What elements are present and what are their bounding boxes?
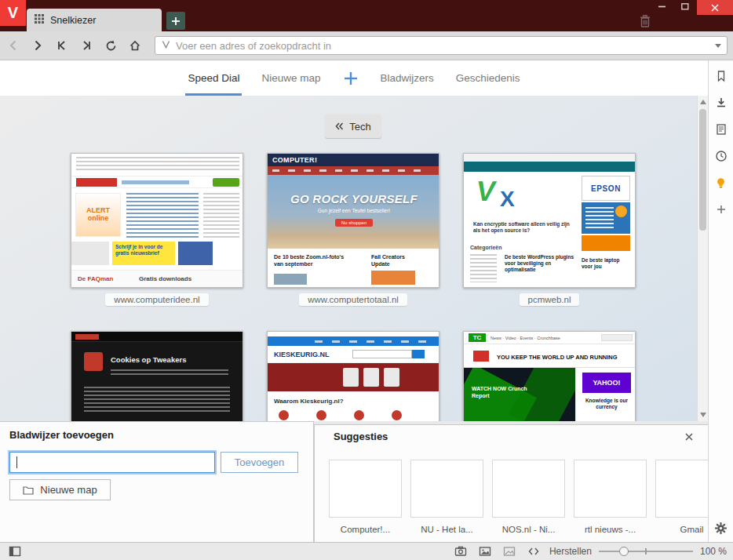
speed-dial-item-computeridee[interactable]: ALERT online Schrijf je in voor de grati… (71, 153, 243, 306)
settings-button[interactable] (713, 520, 730, 536)
page-tiling-button[interactable] (525, 544, 542, 558)
zoom-slider-handle[interactable] (619, 547, 629, 556)
suggestion-item[interactable]: Gmail (655, 460, 708, 534)
statusbar-right-group: Herstellen 100 % (452, 544, 727, 558)
vivaldi-menu-button[interactable] (0, 0, 26, 26)
thumb-search-box (352, 350, 412, 358)
thumb-search-box (601, 334, 633, 341)
scrollbar[interactable] (697, 96, 708, 421)
thumb-ad-box: ALERT online (75, 193, 121, 237)
add-bookmark-button[interactable]: Toevoegen (221, 452, 298, 473)
panel-toggle-button[interactable] (6, 544, 24, 558)
scroll-up-arrow[interactable] (700, 100, 706, 104)
back-icon (7, 39, 20, 52)
thumb-ad-banner: YOU KEEP THE WORLD UP AND RUNNING (464, 344, 636, 368)
suggestion-item[interactable]: NOS.nl - Ni... (492, 460, 565, 534)
cookies-heading: Cookies op Tweakers (111, 355, 186, 364)
dial-label: www.computertotaal.nl (299, 293, 407, 306)
show-images-button[interactable] (476, 544, 494, 558)
zoom-value: 100 % (700, 546, 727, 557)
add-group-button[interactable] (341, 68, 361, 89)
speed-dial-item-tweakers[interactable]: Cookies op Tweakers (71, 331, 243, 421)
suggestion-thumbnail (492, 460, 565, 518)
speed-dial-item-computertotaal[interactable]: COMPUTER! GO ROCK YOURSELF Gun jezelf ee… (267, 153, 439, 306)
scroll-down-arrow[interactable] (700, 413, 706, 417)
home-button[interactable] (124, 35, 146, 56)
article-title: De beste WordPress plugins voor beveilig… (505, 254, 575, 273)
start-page-nav: Speed Dial Nieuwe map Bladwijzers Geschi… (0, 60, 708, 96)
suggestion-label: rtl nieuws -... (574, 525, 647, 534)
address-bar[interactable] (155, 36, 728, 55)
suggestions-panel-button[interactable] (713, 175, 730, 191)
minimize-button[interactable] (650, 0, 673, 13)
close-icon (685, 433, 693, 441)
maximize-button[interactable] (673, 0, 697, 13)
dial-label: pcmweb.nl (520, 293, 580, 306)
speed-dial-item-techcrunch[interactable]: TC News · Video · Events · Crunchbase YO… (463, 331, 636, 421)
downloads-panel-button[interactable] (713, 95, 730, 111)
fast-forward-button[interactable] (75, 35, 97, 56)
minimize-icon (658, 5, 666, 8)
close-button[interactable] (697, 0, 733, 15)
suggestion-item[interactable]: NU - Het la... (410, 460, 483, 534)
suggestion-item[interactable]: rtl nieuws -... (574, 460, 647, 534)
zoom-slider[interactable] (599, 545, 693, 558)
categories-label: Categorieën (470, 245, 501, 250)
scrollbar-thumb[interactable] (699, 109, 706, 231)
forward-button[interactable] (27, 35, 49, 56)
zoom-reset-label[interactable]: Herstellen (549, 546, 592, 557)
panel-toggle-icon (9, 545, 21, 558)
folder-icon (23, 485, 34, 495)
pcmweb-logo-x: X (500, 188, 515, 210)
yahoo-tagline: Knowledge is our currency (582, 398, 631, 410)
forward-icon (31, 39, 44, 52)
image-outline-icon (503, 545, 516, 558)
close-suggestions-button[interactable] (683, 431, 695, 443)
suggestion-label: NU - Het la... (410, 525, 483, 534)
dial-thumbnail: TC News · Video · Events · Crunchbase YO… (463, 331, 636, 421)
tab-nieuwe-map[interactable]: Nieuwe map (259, 60, 323, 96)
capture-page-button[interactable] (452, 544, 469, 558)
address-input[interactable] (176, 40, 710, 52)
tab-snelkiezer[interactable]: Snelkiezer (27, 9, 162, 31)
watch-now-text: WATCH NOW Crunch Report (472, 385, 542, 399)
image-icon (479, 545, 491, 558)
tab-geschiedenis[interactable]: Geschiedenis (454, 60, 523, 96)
speed-dial-item-pcmweb[interactable]: V X Kan encryptie software alleen veilig… (463, 153, 636, 306)
thumb-articles: De 10 beste Zoom.nl-foto's van september… (268, 249, 439, 288)
article-image (274, 274, 307, 285)
new-folder-button[interactable]: Nieuwe map (9, 479, 111, 500)
suggestion-item[interactable]: Computer!... (329, 460, 402, 534)
thumb-site-header: COMPUTER! (268, 154, 439, 166)
thumb-footer: De FAQman Gratis downloads (71, 270, 243, 288)
address-dropdown-icon[interactable] (715, 44, 721, 48)
reload-icon (104, 39, 118, 53)
bookmarks-panel-button[interactable] (713, 68, 730, 84)
tab-bladwijzers[interactable]: Bladwijzers (378, 60, 436, 96)
tab-speed-dial[interactable]: Speed Dial (185, 60, 242, 96)
add-web-panel-button[interactable] (713, 202, 730, 217)
status-bar: Herstellen 100 % (0, 542, 733, 560)
plus-icon (715, 203, 728, 216)
new-tab-button[interactable] (166, 12, 185, 30)
suggestion-thumbnail (574, 460, 647, 518)
bookmark-name-input[interactable] (10, 453, 214, 472)
images-off-button[interactable] (501, 544, 518, 558)
folder-back-button[interactable]: Tech (325, 115, 381, 138)
back-button[interactable] (2, 35, 24, 56)
thumb-nav-bar (268, 166, 439, 175)
window-controls (650, 0, 733, 15)
thumb-top-strip (464, 154, 636, 162)
reload-button[interactable] (100, 35, 122, 56)
notes-panel-button[interactable] (713, 122, 730, 137)
speed-dial-item-kieskeurig[interactable]: KIESKEURIG.NL Waarom Kieskeurig.nl? (267, 331, 439, 421)
closed-tabs-trash-button[interactable] (637, 13, 653, 29)
history-panel-button[interactable] (713, 148, 730, 164)
thumb-headline: Kan encryptie software alleen veilig zij… (473, 221, 571, 234)
rewind-button[interactable] (51, 35, 73, 56)
panel-sidebar (708, 60, 733, 542)
categories-list (470, 254, 497, 282)
tweakers-logo-strip (75, 334, 99, 340)
dial-thumbnail: Cookies op Tweakers (71, 331, 243, 421)
bookmark-input-wrap (9, 452, 215, 473)
